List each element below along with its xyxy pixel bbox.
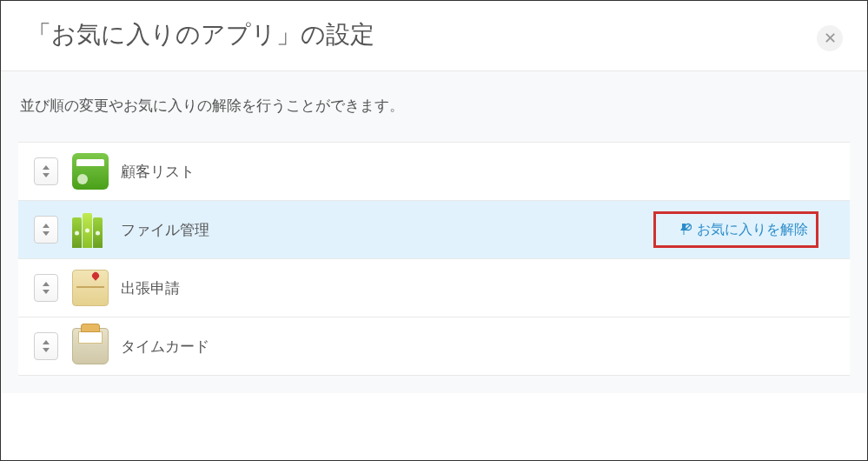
timecard-icon (72, 328, 109, 364)
arrow-down-icon (43, 231, 50, 236)
svg-rect-0 (684, 230, 685, 235)
arrow-up-icon (43, 165, 50, 170)
list-item: ファイル管理 お気に入りを解除 (18, 201, 850, 259)
app-name-label: 出張申請 (121, 278, 180, 298)
arrow-down-icon (43, 290, 50, 294)
map-icon (72, 270, 109, 306)
content-area: 並び順の変更やお気に入りの解除を行うことができます。 顧客リスト ファイル管理 (1, 71, 867, 393)
arrow-up-icon (43, 340, 50, 344)
app-name-label: ファイル管理 (121, 220, 209, 240)
dialog-title: 「お気に入りのアプリ」の設定 (27, 18, 841, 51)
favorite-apps-list: 顧客リスト ファイル管理 (18, 142, 850, 376)
close-button[interactable]: ✕ (817, 25, 843, 51)
drag-handle[interactable] (34, 216, 58, 244)
list-item: 出張申請 (18, 259, 850, 317)
arrow-down-icon (43, 348, 50, 352)
app-name-label: 顧客リスト (121, 162, 195, 182)
description-text: 並び順の変更やお気に入りの解除を行うことができます。 (20, 96, 850, 116)
remove-favorite-link[interactable]: お気に入りを解除 (678, 221, 808, 239)
drag-handle[interactable] (34, 274, 58, 302)
unpin-icon (678, 223, 692, 237)
dialog-header: 「お気に入りのアプリ」の設定 ✕ (1, 1, 867, 71)
arrow-up-icon (43, 224, 50, 228)
contact-icon (72, 153, 109, 190)
arrow-up-icon (43, 282, 50, 286)
files-icon (72, 211, 109, 248)
svg-line-2 (686, 225, 691, 230)
drag-handle[interactable] (34, 157, 58, 185)
list-item: タイムカード (18, 317, 850, 376)
remove-favorite-label: お気に入りを解除 (697, 221, 808, 239)
arrow-down-icon (43, 173, 50, 177)
list-item: 顧客リスト (18, 143, 850, 201)
close-icon: ✕ (824, 30, 837, 46)
drag-handle[interactable] (34, 332, 58, 360)
app-name-label: タイムカード (121, 337, 209, 357)
